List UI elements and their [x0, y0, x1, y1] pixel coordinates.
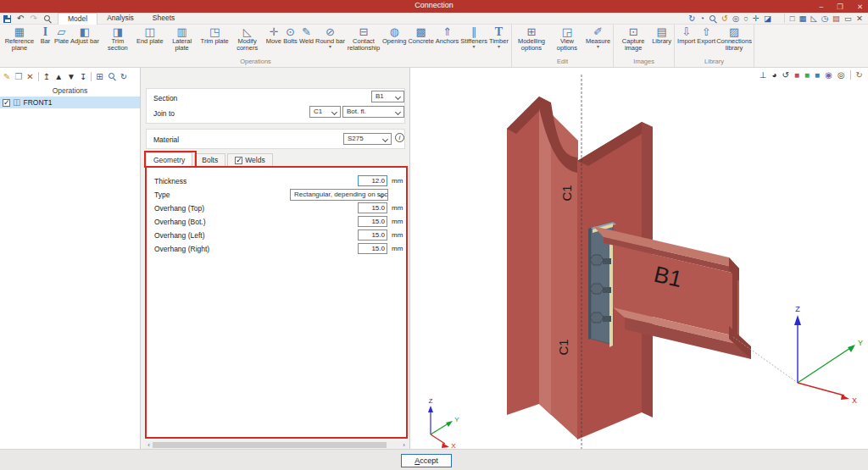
copy-operation-icon[interactable]: ❐ [14, 72, 22, 81]
ribbon-button-reference-plane[interactable]: ▦Reference plane [2, 25, 37, 53]
refresh-view-icon[interactable]: ↺ [721, 14, 728, 23]
pan-icon[interactable]: ○ [743, 14, 748, 23]
material-select[interactable]: S275 [343, 133, 392, 145]
tab-bolts[interactable]: Bolts [194, 153, 225, 166]
scroll-left-icon[interactable]: ‹ [145, 441, 153, 449]
accept-button[interactable]: Accept [401, 454, 452, 467]
zoom-extents-icon[interactable]: ◎ [732, 14, 739, 23]
rotate-center-icon[interactable]: ↺ [782, 70, 789, 80]
join-to-position-select[interactable]: Bot. fl. [342, 106, 404, 118]
operations-panel: ✎❐✕↥▲▼↧⊞↻ Operations ◫ FRONT1 [0, 68, 141, 449]
ribbon-button-modify-corners[interactable]: ◺Modify corners [230, 25, 265, 53]
ribbon-button-import[interactable]: ⇩Import [676, 25, 696, 46]
section-select[interactable]: B1 [371, 91, 404, 102]
ribbon-button-bolts[interactable]: ⊙Bolts [282, 25, 298, 46]
library-icon: ▤ [656, 25, 666, 38]
ribbon-button-stiffeners[interactable]: ∥Stiffeners▾ [459, 25, 488, 50]
ribbon-button-trim-plate[interactable]: ◳Trim plate [200, 25, 230, 46]
ribbon-button-export[interactable]: ⇧Export [696, 25, 716, 46]
ribbon-button-connections-library[interactable]: ▨Connections library [716, 25, 752, 53]
move-to-bottom-icon[interactable]: ↧ [80, 72, 86, 81]
tab-welds[interactable]: Welds [227, 153, 272, 166]
render-mode-icon[interactable]: ◉ [825, 70, 832, 80]
ribbon-button-round-bar[interactable]: ⊘Round bar▾ [314, 25, 346, 50]
zoom-window-icon[interactable] [709, 14, 717, 23]
ribbon-button-end-plate[interactable]: ◫End plate [136, 25, 164, 46]
ribbon-button-timber[interactable]: TTimber▾ [488, 25, 509, 50]
viewport-3d[interactable]: ⊥◕↺■■■◉◎↻ C1 C1 [410, 68, 868, 449]
minimize-icon[interactable]: – [820, 3, 824, 11]
ribbon-group-label: Edit [514, 57, 611, 67]
window-layout-icon[interactable]: □ [790, 14, 795, 23]
comment-icon[interactable]: ▭ [844, 14, 852, 23]
ribbon-button-contact-relationship[interactable]: ⊟Contact relationship [346, 25, 381, 53]
redo-icon[interactable]: ↷ [30, 14, 36, 23]
front-view-icon[interactable]: ■ [794, 70, 799, 80]
ribbon-button-capture-image[interactable]: ⊡Capture image [615, 25, 651, 53]
scrollbar-thumb[interactable] [153, 442, 387, 448]
save-view-icon[interactable]: ▤ [832, 14, 840, 23]
ribbon-button-measure[interactable]: ✐Measure▾ [585, 25, 611, 50]
ribbon-button-adjust-bar[interactable]: ◧Adjust bar [70, 25, 100, 46]
top-view-icon[interactable]: ■ [804, 70, 810, 80]
overhang-left-input[interactable] [358, 229, 387, 241]
ribbon-button-weld[interactable]: ✎Weld [298, 25, 314, 46]
move-view-icon[interactable]: ✛ [753, 14, 760, 23]
delete-operation-icon[interactable]: ✕ [26, 72, 33, 81]
tab-welds-label: Welds [245, 156, 264, 164]
orbit-view-icon[interactable]: ◔ [699, 14, 704, 23]
ribbon-button-anchors[interactable]: ⇑Anchors [435, 25, 460, 46]
visibility-icon[interactable]: ◎ [837, 70, 845, 80]
move-up-icon[interactable]: ▲ [54, 72, 63, 81]
ribbon-button-plate[interactable]: ▱Plate [53, 25, 70, 46]
type-select[interactable]: Rectangular, depending on section [290, 189, 388, 201]
ribbon-button-concrete[interactable]: ▩Concrete [407, 25, 434, 46]
save-icon[interactable] [3, 15, 11, 23]
ribbon-button-view-options[interactable]: ◲View options [549, 25, 585, 53]
restore-icon[interactable]: ❐ [837, 3, 843, 11]
operation-checkbox[interactable] [3, 99, 10, 107]
zoom-search-icon[interactable] [43, 14, 52, 23]
tab-analysis[interactable]: Analysis [97, 13, 143, 25]
ribbon-button-lateral-plate[interactable]: ▥Lateral plate [164, 25, 200, 53]
export-icon: ⇧ [702, 25, 711, 38]
move-down-icon[interactable]: ▼ [67, 72, 75, 81]
overhang-bot-input[interactable] [358, 216, 387, 227]
refresh-operations-icon[interactable]: ↻ [120, 72, 127, 81]
material-info-icon[interactable]: i [395, 133, 404, 142]
ribbon-button-bar[interactable]: IBar [37, 25, 53, 46]
join-to-member-select[interactable]: C1 [309, 106, 341, 118]
undo-icon[interactable]: ↶ [17, 14, 24, 23]
connections-library-icon: ▨ [729, 25, 739, 38]
close-panels-icon[interactable]: ✕ [856, 14, 863, 23]
edit-operation-icon[interactable]: ✎ [3, 72, 10, 81]
axes-icon[interactable]: ⊥ [760, 70, 767, 80]
move-to-top-icon[interactable]: ↥ [43, 72, 50, 81]
tab-geometry[interactable]: Geometry [146, 152, 192, 166]
side-view-icon[interactable]: ■ [815, 70, 820, 80]
group-operations-icon[interactable]: ⊞ [96, 72, 103, 81]
search-operations-icon[interactable] [108, 72, 116, 80]
ribbon-button-trim-section[interactable]: ◨Trim section [100, 25, 136, 53]
overhang-right-input[interactable] [358, 243, 387, 254]
overhang-top-input[interactable] [358, 202, 387, 213]
close-icon[interactable]: ✕ [857, 3, 863, 11]
operation-item-front1[interactable]: ◫ FRONT1 [0, 97, 140, 108]
ribbon-button-library[interactable]: ▤Library [651, 25, 672, 46]
ribbon-button-opening[interactable]: ◍Opening [381, 25, 407, 46]
orbit-icon[interactable]: ◕ [772, 70, 777, 80]
select-mode-icon[interactable]: ◪ [764, 14, 771, 23]
welds-checkbox[interactable] [235, 157, 242, 164]
thickness-input[interactable] [358, 175, 387, 186]
scroll-right-icon[interactable]: › [400, 441, 408, 449]
rotate-view-icon[interactable]: ↻ [688, 14, 695, 23]
reset-view-icon[interactable]: ↻ [856, 70, 863, 80]
angle-measure-icon[interactable]: ◺ [810, 14, 816, 23]
horizontal-scrollbar[interactable]: ‹ › [145, 441, 408, 449]
tab-model[interactable]: Model [58, 13, 97, 25]
history-icon[interactable]: ◷ [821, 14, 828, 23]
tab-sheets[interactable]: Sheets [143, 13, 184, 25]
ribbon-button-move[interactable]: ✛Move [265, 25, 282, 46]
report-preview-icon[interactable]: ▦ [798, 14, 806, 23]
ribbon-button-modelling-options[interactable]: ⊞Modelling options [514, 25, 549, 53]
